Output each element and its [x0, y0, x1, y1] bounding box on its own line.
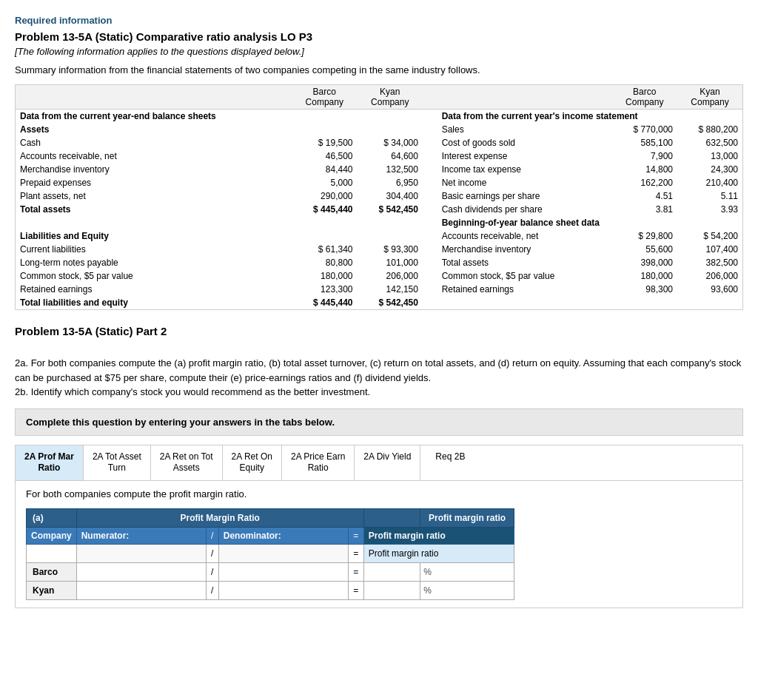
- barco-header: Barco Company: [292, 85, 357, 110]
- table-row: Plant assets, net 290,000 304,400 Basic …: [16, 189, 743, 203]
- table-row: Prepaid expenses 5,000 6,950 Net income …: [16, 176, 743, 189]
- tab-req-2b[interactable]: Req 2B: [420, 445, 480, 480]
- tab-ret-on-tot-assets[interactable]: 2A Ret on TotAssets: [151, 445, 223, 480]
- kyan-row: Kyan / = %: [27, 581, 514, 599]
- example-denominator-input[interactable]: [224, 548, 343, 559]
- tab-div-yield[interactable]: 2A Div Yield: [355, 445, 420, 480]
- barco-header2: Barco Company: [612, 85, 677, 110]
- beg-inventory-label: Merchandise inventory: [437, 243, 612, 256]
- kyan-denominator-input[interactable]: [222, 585, 345, 596]
- part2-title: Problem 13-5A (Static) Part 2: [15, 325, 743, 337]
- table-row: Beginning-of-year balance sheet data: [16, 216, 743, 229]
- example-row: / = Profit margin ratio: [27, 544, 514, 562]
- table-row: Accounts receivable, net 46,500 64,600 I…: [16, 149, 743, 163]
- equals-subheader: =: [348, 527, 363, 544]
- table-row: Long-term notes payable 80,800 101,000 T…: [16, 256, 743, 269]
- kyan-company-label: Kyan: [27, 581, 77, 599]
- ar-label: Accounts receivable, net: [16, 149, 292, 163]
- tabs-container: 2A Prof MarRatio 2A Tot AssetTurn 2A Ret…: [15, 445, 743, 480]
- summary-text: Summary information from the financial s…: [15, 64, 743, 75]
- barco-company-label: Barco: [27, 562, 77, 581]
- barco-percent-suffix: %: [420, 562, 514, 581]
- table-row: Current liabilities $ 61,340 $ 93,300 Me…: [16, 243, 743, 256]
- complete-box: Complete this question by entering your …: [15, 408, 743, 436]
- current-liab-label: Current liabilities: [16, 243, 292, 256]
- table-row: Retained earnings 123,300 142,150 Retain…: [16, 283, 743, 296]
- cogs-label: Cost of goods sold: [437, 136, 612, 149]
- balance-sheet-header: Data from the current year-end balance s…: [16, 110, 423, 124]
- eps-label: Basic earnings per share: [437, 189, 612, 203]
- profit-ratio-subheader: Profit margin ratio: [363, 527, 514, 544]
- numerator-subheader: Numerator:: [76, 527, 206, 544]
- profit-margin-header: Profit Margin Ratio: [76, 508, 363, 527]
- sales-label: Sales: [437, 123, 612, 136]
- total-assets-label: Total assets: [16, 203, 292, 216]
- company-subheader: Company: [27, 527, 77, 544]
- ltnotes-label: Long-term notes payable: [16, 256, 292, 269]
- table-row: Common stock, $5 par value 180,000 206,0…: [16, 269, 743, 283]
- barco-denominator-input[interactable]: [222, 566, 345, 578]
- sales-barco: $ 770,000: [612, 123, 677, 136]
- netincome-label: Net income: [437, 176, 612, 189]
- tab-instruction: For both companies compute the profit ma…: [26, 488, 732, 499]
- assets-header: Assets: [16, 123, 292, 136]
- table-row: Assets Sales $ 770,000 $ 880,200: [16, 123, 743, 136]
- beg-assets-label: Total assets: [437, 256, 612, 269]
- table-row: Data from the current year-end balance s…: [16, 110, 743, 124]
- barco-row: Barco / = %: [27, 562, 514, 581]
- tab-prof-mar-ratio[interactable]: 2A Prof MarRatio: [16, 445, 84, 480]
- retained-label: Retained earnings: [16, 283, 292, 296]
- table-row: Liabilities and Equity Accounts receivab…: [16, 229, 743, 243]
- result-header: Profit margin ratio: [420, 508, 514, 527]
- prepaid-label: Prepaid expenses: [16, 176, 292, 189]
- tax-label: Income tax expense: [437, 163, 612, 176]
- tab-price-earn-ratio[interactable]: 2A Price EarnRatio: [282, 445, 355, 480]
- denominator-subheader: Denominator:: [218, 527, 348, 544]
- barco-numerator-input[interactable]: [80, 566, 203, 578]
- beg-stock-label: Common stock, $5 par value: [437, 269, 612, 283]
- slash-subheader: /: [206, 527, 218, 544]
- kyan-percent-suffix: %: [420, 581, 514, 599]
- kyan-header: Kyan Company: [358, 85, 423, 110]
- table-row: Merchandise inventory 84,440 132,500 Inc…: [16, 163, 743, 176]
- kyan-result-input[interactable]: [369, 585, 413, 596]
- col-a-header: (a): [27, 508, 77, 527]
- tab-tot-asset-turn[interactable]: 2A Tot AssetTurn: [84, 445, 151, 480]
- inventory-label: Merchandise inventory: [16, 163, 292, 176]
- answer-table: (a) Profit Margin Ratio Profit margin ra…: [26, 508, 514, 600]
- example-result: Profit margin ratio: [363, 544, 514, 562]
- barco-result-input[interactable]: [369, 566, 413, 578]
- commonstock-label: Common stock, $5 par value: [16, 269, 292, 283]
- beg-retained-label: Retained earnings: [437, 283, 612, 296]
- tab-content-area: For both companies compute the profit ma…: [15, 480, 743, 608]
- problem-title: Problem 13-5A (Static) Comparative ratio…: [15, 30, 743, 43]
- beginning-balance-header: Beginning-of-year balance sheet data: [437, 216, 743, 229]
- tab-ret-on-equity[interactable]: 2A Ret OnEquity: [223, 445, 282, 480]
- liab-equity-header: Liabilities and Equity: [16, 229, 423, 243]
- kyan-header2: Kyan Company: [677, 85, 743, 110]
- income-statement-header: Data from the current year's income stat…: [437, 110, 743, 124]
- total-liab-equity-label: Total liabilities and equity: [16, 296, 292, 310]
- table-row: Total assets $ 445,440 $ 542,450 Cash di…: [16, 203, 743, 216]
- table-row: Total liabilities and equity $ 445,440 $…: [16, 296, 743, 310]
- problem-desc: 2a. For both companies compute the (a) p…: [15, 356, 743, 400]
- italic-note: [The following information applies to th…: [15, 46, 743, 57]
- equals-header: [363, 508, 420, 527]
- beg-ar-label: Accounts receivable, net: [437, 229, 612, 243]
- required-info-label: Required information: [15, 15, 743, 26]
- cash-label: Cash: [16, 136, 292, 149]
- dividends-label: Cash dividends per share: [437, 203, 612, 216]
- example-numerator-input[interactable]: [81, 548, 201, 559]
- financial-table: Barco Company Kyan Company Barco Company…: [15, 84, 743, 310]
- plantassets-label: Plant assets, net: [16, 189, 292, 203]
- interest-label: Interest expense: [437, 149, 612, 163]
- kyan-numerator-input[interactable]: [80, 585, 203, 596]
- table-row: Cash $ 19,500 $ 34,000 Cost of goods sol…: [16, 136, 743, 149]
- sales-kyan: $ 880,200: [677, 123, 743, 136]
